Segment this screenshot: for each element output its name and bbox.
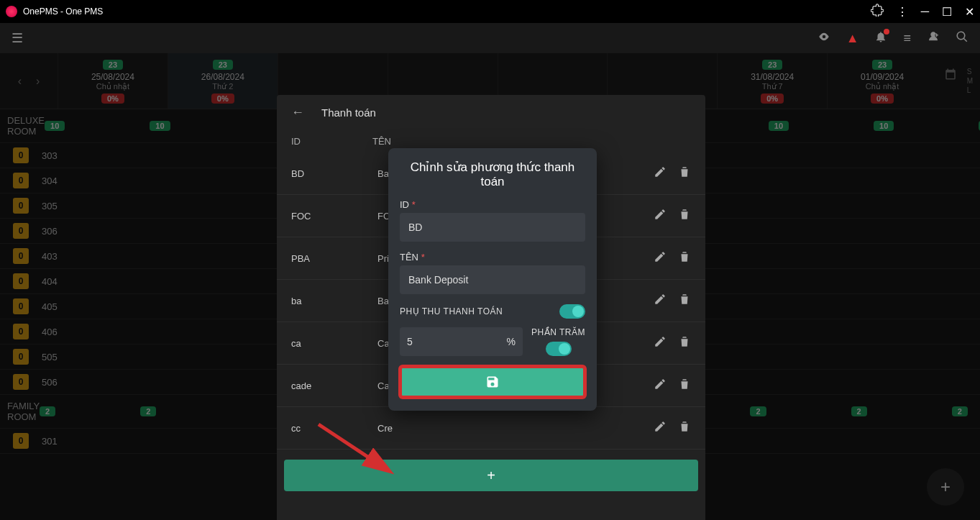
percent-label: PHẦN TRĂM <box>531 327 585 337</box>
surcharge-input[interactable]: 5 % <box>400 327 523 356</box>
edit-icon[interactable] <box>654 378 667 393</box>
edit-payment-modal: Chỉnh sửa phương thức thanh toán ID * TÊ… <box>388 148 597 411</box>
app-logo <box>6 6 17 17</box>
add-user-icon[interactable] <box>927 30 940 47</box>
payment-name: Cre <box>377 423 654 434</box>
delete-icon[interactable] <box>678 378 691 393</box>
id-input[interactable] <box>400 213 585 242</box>
payment-id: cade <box>291 380 377 391</box>
hamburger-icon[interactable]: ☰ <box>12 30 23 46</box>
delete-icon[interactable] <box>678 250 691 266</box>
list-icon[interactable]: ≡ <box>903 31 911 46</box>
extension-icon[interactable] <box>871 4 884 19</box>
payment-row: cc Cre <box>277 407 705 450</box>
surcharge-toggle[interactable] <box>559 304 585 319</box>
name-label: TÊN * <box>400 252 585 263</box>
edit-icon[interactable] <box>654 165 667 181</box>
back-icon[interactable]: ← <box>291 105 304 120</box>
edit-icon[interactable] <box>654 250 667 266</box>
edit-icon[interactable] <box>654 208 667 224</box>
eye-icon[interactable] <box>818 30 830 47</box>
more-icon[interactable]: ⋮ <box>897 5 908 19</box>
window-title: OnePMS - One PMS <box>23 6 103 17</box>
delete-icon[interactable] <box>678 420 691 436</box>
minimize-icon[interactable]: ─ <box>921 5 929 18</box>
main-toolbar: ☰ ▲ ≡ <box>0 23 980 53</box>
edit-icon[interactable] <box>654 420 667 436</box>
delete-icon[interactable] <box>678 208 691 224</box>
name-input[interactable] <box>400 265 585 294</box>
col-id: ID <box>291 136 301 147</box>
search-icon[interactable] <box>956 30 968 47</box>
payment-id: BD <box>291 168 377 179</box>
alert-icon[interactable]: ▲ <box>846 31 859 46</box>
bell-icon[interactable] <box>874 30 887 47</box>
window-titlebar: OnePMS - One PMS ⋮ ─ ☐ ✕ <box>0 0 980 23</box>
delete-icon[interactable] <box>678 335 691 351</box>
save-button[interactable] <box>400 366 585 398</box>
payment-id: ca <box>291 338 377 349</box>
delete-icon[interactable] <box>678 165 691 181</box>
payment-id: cc <box>291 423 377 434</box>
delete-icon[interactable] <box>678 293 691 309</box>
id-label: ID * <box>400 199 585 210</box>
edit-icon[interactable] <box>654 293 667 309</box>
modal-title: Chỉnh sửa phương thức thanh toán <box>400 160 585 189</box>
edit-icon[interactable] <box>654 335 667 351</box>
payment-id: PBA <box>291 253 377 264</box>
surcharge-label: PHỤ THU THANH TOÁN <box>400 306 503 316</box>
payment-id: FOC <box>291 211 377 222</box>
panel-title: Thanh toán <box>321 106 376 119</box>
payment-id: ba <box>291 296 377 306</box>
col-name: TÊN <box>372 136 391 147</box>
percent-toggle[interactable] <box>546 342 572 356</box>
maximize-icon[interactable]: ☐ <box>942 5 952 19</box>
add-payment-button[interactable]: + <box>284 460 698 491</box>
close-icon[interactable]: ✕ <box>965 5 974 19</box>
